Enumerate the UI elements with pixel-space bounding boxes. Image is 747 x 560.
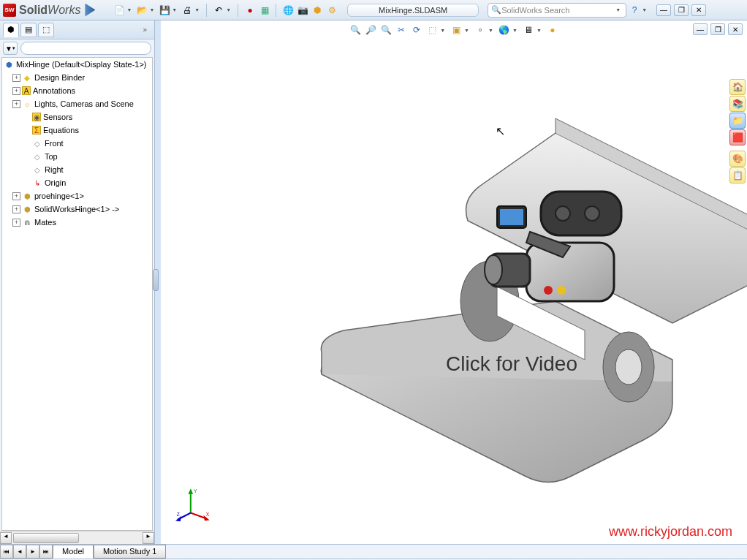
graphics-viewport[interactable]: ↖: [161, 38, 747, 544]
dropdown-icon[interactable]: ▼: [194, 7, 200, 12]
menu-flyout-icon[interactable]: [85, 4, 95, 17]
filter-button[interactable]: ▼▾: [3, 42, 18, 55]
scroll-right-button[interactable]: ►: [143, 532, 154, 544]
equations-icon: Σ: [32, 126, 41, 135]
save-icon[interactable]: 💾: [158, 4, 171, 17]
tree-item[interactable]: ↳Origin: [2, 176, 152, 189]
dropdown-icon[interactable]: ▼: [488, 28, 493, 33]
section-view-icon[interactable]: ✂: [395, 23, 408, 37]
feature-tree-tab[interactable]: ⬢: [3, 23, 19, 37]
tree-item[interactable]: ◇Top: [2, 150, 152, 163]
dropdown-icon[interactable]: ▼: [172, 7, 177, 12]
display-style-icon[interactable]: ▣: [450, 23, 463, 37]
svg-text:Y: Y: [194, 488, 197, 493]
rotate-view-icon[interactable]: ⟳: [410, 23, 423, 37]
plane-icon: ◇: [32, 138, 42, 148]
maximize-button[interactable]: ❐: [710, 23, 725, 35]
dropdown-icon[interactable]: ▼: [440, 28, 445, 33]
zoom-area-icon[interactable]: 🔎: [364, 23, 377, 37]
view-palette-tab[interactable]: 🟥: [729, 129, 746, 145]
tools-icon[interactable]: ⚙: [325, 4, 338, 17]
options-icon[interactable]: 🌐: [281, 4, 295, 17]
tree-root[interactable]: ⬢ MixHinge (Default<Display State-1>): [2, 58, 152, 71]
dropdown-icon[interactable]: ▼: [536, 28, 542, 33]
view-orientation-icon[interactable]: ⬚: [425, 23, 439, 37]
maximize-button[interactable]: ❐: [674, 4, 689, 16]
resources-tab[interactable]: 🏠: [729, 79, 746, 95]
tree-item[interactable]: +AAnnotations: [2, 84, 152, 97]
dropdown-icon[interactable]: ▼: [642, 7, 647, 12]
expand-toggle[interactable]: +: [12, 219, 20, 227]
hide-show-icon[interactable]: ⚬: [474, 23, 487, 37]
orientation-triad[interactable]: Y X Z: [175, 485, 212, 522]
select-icon[interactable]: ●: [243, 4, 257, 17]
tree-item[interactable]: ◉Sensors: [2, 110, 152, 124]
video-overlay-text[interactable]: Click for Video: [446, 352, 577, 376]
expand-toggle[interactable]: +: [12, 74, 20, 82]
file-explorer-tab[interactable]: 📁: [729, 113, 746, 129]
expand-toggle[interactable]: +: [12, 192, 20, 200]
dropdown-icon[interactable]: ▼: [464, 28, 469, 33]
tree-item[interactable]: +⬢proehinge<1>: [2, 189, 152, 203]
open-icon[interactable]: 📂: [135, 4, 148, 17]
tab-motion-study[interactable]: Motion Study 1: [94, 545, 166, 559]
dropdown-icon[interactable]: ▼: [226, 7, 231, 12]
appearances-tab[interactable]: 🎨: [729, 151, 746, 167]
close-button[interactable]: ✕: [691, 4, 706, 16]
print-icon[interactable]: 🖨: [181, 4, 194, 17]
render-icon[interactable]: ●: [546, 23, 559, 37]
search-input[interactable]: [501, 6, 616, 15]
plane-icon: ◇: [32, 151, 42, 162]
feature-tree[interactable]: ⬢ MixHinge (Default<Display State-1>) +◆…: [1, 57, 153, 531]
scroll-left-button[interactable]: ◄: [0, 532, 12, 544]
undo-icon[interactable]: ↶: [212, 4, 225, 17]
svg-marker-14: [189, 488, 194, 494]
design-library-tab[interactable]: 📚: [729, 96, 746, 112]
custom-props-tab[interactable]: 📋: [729, 167, 746, 183]
tree-item[interactable]: ◇Front: [2, 137, 152, 150]
tab-model[interactable]: Model: [53, 545, 94, 559]
search-box[interactable]: 🔍 ▼: [488, 3, 626, 18]
config-manager-tab[interactable]: ⬚: [38, 23, 54, 37]
minimize-button[interactable]: ―: [656, 4, 671, 16]
close-button[interactable]: ✕: [728, 23, 743, 35]
tree-item[interactable]: +⋒Mates: [2, 216, 152, 229]
zoom-fit-icon[interactable]: 🔍: [349, 23, 362, 37]
tree-item[interactable]: ΣEquations: [2, 124, 152, 137]
tree-label: Front: [45, 139, 64, 148]
dropdown-icon[interactable]: ▼: [512, 28, 517, 33]
expand-blank: [23, 153, 31, 161]
help-icon[interactable]: ?: [628, 4, 641, 17]
property-manager-tab[interactable]: ▤: [20, 23, 37, 37]
video-camera-icon[interactable]: [468, 177, 629, 316]
expand-toggle[interactable]: +: [12, 87, 20, 95]
tab-first-button[interactable]: ⏮: [0, 545, 13, 559]
dropdown-icon[interactable]: ▼: [149, 7, 154, 12]
new-doc-icon[interactable]: 📄: [113, 4, 126, 17]
tab-next-button[interactable]: ►: [26, 545, 39, 559]
svg-point-12: [485, 255, 502, 284]
dropdown-icon[interactable]: ▼: [126, 7, 132, 12]
prev-view-icon[interactable]: 🔍: [379, 23, 393, 37]
apply-scene-icon[interactable]: 🖥: [522, 23, 535, 37]
tree-item[interactable]: +☼Lights, Cameras and Scene: [2, 97, 152, 110]
tree-item[interactable]: +⬢SolidWorksHinge<1> ->: [2, 203, 152, 216]
rebuild-icon[interactable]: ▦: [258, 4, 271, 17]
scene-icon[interactable]: 🌎: [498, 23, 511, 37]
resize-grip-icon[interactable]: [153, 269, 159, 291]
filter-input[interactable]: [20, 42, 151, 55]
dropdown-icon[interactable]: ▼: [615, 7, 621, 12]
chevron-right-icon[interactable]: »: [143, 26, 151, 34]
tab-prev-button[interactable]: ◄: [13, 545, 26, 559]
tree-item[interactable]: +◆Design Binder: [2, 71, 152, 84]
appearance-icon[interactable]: ⬢: [311, 4, 324, 17]
screen-capture-icon[interactable]: 📷: [296, 4, 309, 17]
horizontal-scrollbar[interactable]: ◄ ►: [0, 531, 154, 544]
minimize-button[interactable]: ―: [693, 23, 708, 35]
panel-resize-handle[interactable]: [155, 20, 161, 544]
tab-last-button[interactable]: ⏭: [39, 545, 53, 559]
tree-item[interactable]: ◇Right: [2, 163, 152, 176]
expand-toggle[interactable]: +: [12, 205, 20, 213]
scroll-thumb[interactable]: [13, 533, 79, 543]
expand-toggle[interactable]: +: [12, 100, 20, 108]
